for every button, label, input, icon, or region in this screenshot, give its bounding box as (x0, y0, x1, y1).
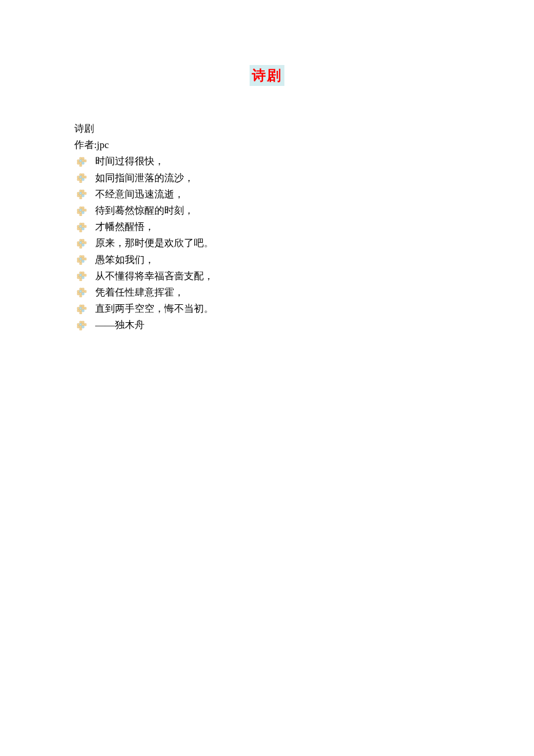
svg-rect-29 (80, 197, 82, 199)
svg-rect-47 (80, 228, 82, 230)
svg-rect-78 (82, 276, 84, 279)
poem-line: 从不懂得将幸福吝啬支配， (74, 268, 214, 284)
svg-rect-73 (80, 274, 82, 276)
svg-rect-18 (82, 178, 84, 181)
svg-rect-40 (80, 223, 82, 225)
svg-rect-80 (80, 288, 82, 290)
svg-rect-35 (84, 209, 86, 211)
bullet-icon (75, 254, 87, 265)
svg-rect-39 (80, 214, 82, 216)
svg-rect-36 (77, 211, 80, 214)
svg-rect-55 (84, 242, 86, 244)
svg-rect-28 (82, 195, 84, 197)
svg-rect-91 (82, 305, 84, 307)
svg-rect-43 (80, 225, 82, 228)
svg-rect-87 (80, 293, 82, 295)
bullet-icon (75, 188, 87, 200)
bullet-icon (75, 270, 87, 282)
svg-rect-52 (77, 242, 80, 244)
poem-text: ——独木舟 (95, 317, 145, 333)
svg-rect-7 (80, 162, 82, 164)
svg-rect-97 (80, 309, 82, 312)
bullet-icon (75, 205, 87, 217)
page-title: 诗剧 (250, 65, 284, 86)
svg-rect-77 (80, 276, 82, 279)
svg-rect-51 (82, 239, 84, 242)
poem-text: 时间过得很快， (95, 153, 164, 169)
svg-rect-95 (84, 307, 86, 309)
poem-text: 不经意间迅速流逝， (95, 186, 184, 202)
svg-rect-25 (84, 192, 86, 195)
svg-rect-54 (82, 242, 84, 244)
svg-rect-94 (82, 307, 84, 309)
svg-rect-83 (80, 290, 82, 293)
svg-rect-13 (80, 176, 82, 178)
svg-rect-15 (84, 176, 86, 178)
poem-line: 愚笨如我们， (74, 252, 214, 268)
svg-rect-24 (82, 192, 84, 195)
svg-rect-82 (77, 290, 80, 293)
svg-rect-86 (77, 293, 80, 295)
svg-rect-69 (80, 262, 82, 265)
bullet-icon (75, 221, 87, 233)
svg-rect-32 (77, 209, 80, 211)
svg-rect-14 (82, 176, 84, 178)
svg-rect-1 (82, 157, 84, 160)
svg-rect-16 (77, 178, 80, 181)
svg-rect-5 (84, 160, 86, 162)
svg-rect-30 (80, 207, 82, 209)
svg-rect-21 (82, 190, 84, 192)
svg-rect-48 (82, 228, 84, 230)
poem-text: 待到蓦然惊醒的时刻， (95, 203, 194, 218)
svg-rect-26 (77, 195, 80, 197)
poem-line: 才幡然醒悟， (74, 219, 214, 235)
svg-rect-41 (82, 223, 84, 225)
svg-rect-68 (82, 260, 84, 262)
svg-rect-92 (77, 307, 80, 309)
svg-rect-107 (80, 326, 82, 328)
svg-rect-56 (77, 244, 80, 246)
svg-rect-61 (82, 255, 84, 258)
svg-rect-65 (84, 258, 86, 260)
svg-rect-79 (80, 279, 82, 281)
svg-rect-89 (80, 295, 82, 297)
subtitle: 诗剧 (74, 121, 214, 136)
svg-rect-74 (82, 274, 84, 276)
svg-rect-38 (82, 211, 84, 214)
svg-rect-84 (82, 290, 84, 293)
bullet-icon (75, 156, 87, 167)
svg-rect-2 (77, 160, 80, 162)
svg-rect-63 (80, 258, 82, 260)
svg-rect-42 (77, 225, 80, 228)
poem-line: 直到两手空空，悔不当初。 (74, 301, 214, 316)
svg-rect-108 (82, 326, 84, 328)
svg-rect-109 (80, 328, 82, 330)
svg-rect-104 (82, 323, 84, 326)
svg-rect-102 (77, 323, 80, 326)
poem-line: 时间过得很快， (74, 153, 214, 169)
svg-rect-27 (80, 195, 82, 197)
svg-rect-37 (80, 211, 82, 214)
svg-rect-45 (84, 225, 86, 228)
poem-line: 凭着任性肆意挥霍， (74, 285, 214, 300)
svg-rect-75 (84, 274, 86, 276)
svg-rect-62 (77, 258, 80, 260)
bullet-icon (75, 237, 87, 249)
svg-rect-34 (82, 209, 84, 211)
svg-rect-101 (82, 321, 84, 323)
poem-line: 原来，那时便是欢欣了吧。 (74, 235, 214, 251)
svg-rect-71 (82, 272, 84, 274)
svg-rect-20 (80, 190, 82, 192)
svg-rect-19 (80, 181, 82, 183)
poem-line: 待到蓦然惊醒的时刻， (74, 203, 214, 218)
svg-rect-46 (77, 228, 80, 230)
svg-rect-67 (80, 260, 82, 262)
poem-text: 原来，那时便是欢欣了吧。 (95, 235, 214, 251)
poem-line: 不经意间迅速流逝， (74, 186, 214, 202)
svg-rect-12 (77, 176, 80, 178)
author-line: 作者:jpc (74, 137, 214, 153)
bullet-icon (75, 172, 87, 183)
svg-rect-3 (80, 160, 82, 162)
svg-rect-96 (77, 309, 80, 312)
svg-rect-8 (82, 162, 84, 164)
